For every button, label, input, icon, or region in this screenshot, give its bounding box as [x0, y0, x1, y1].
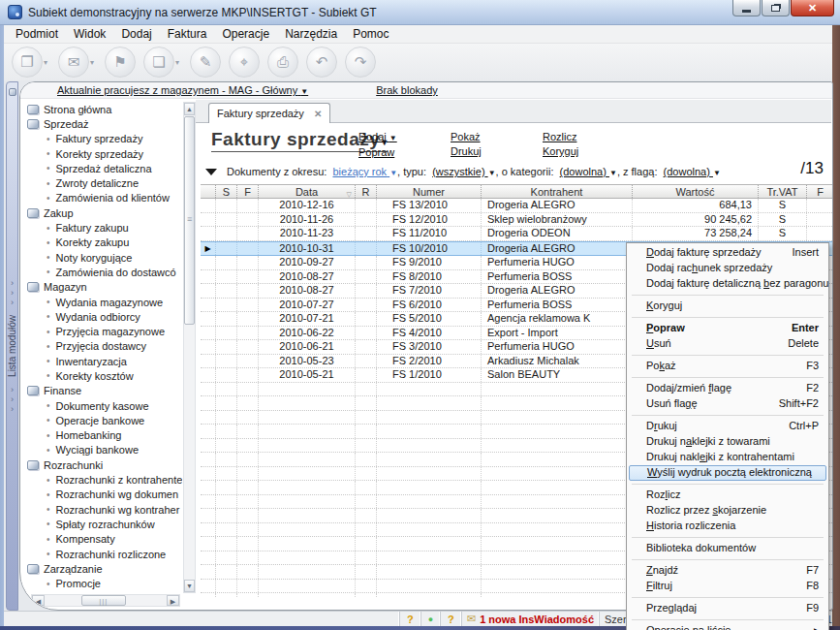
column-header-Tr.VAT[interactable]: Tr.VAT: [759, 185, 807, 198]
scroll-left-icon[interactable]: ◀: [32, 595, 45, 606]
caret-down-icon[interactable]: ▾: [44, 58, 47, 67]
column-header-Kontrahent[interactable]: Kontrahent: [482, 185, 633, 198]
sidebar-item-wydania-odbiorcy[interactable]: •Wydania odbiorcy: [23, 309, 182, 324]
sidebar-item-rozrachunki-rozliczone[interactable]: •Rozrachunki rozliczone: [23, 547, 182, 561]
sidebar-item-korekty-sprzedaży[interactable]: •Korekty sprzedaży: [23, 146, 182, 161]
warehouse-link[interactable]: Aktualnie pracujesz z magazynem - MAG - …: [57, 84, 308, 96]
context-menu-item-drukuj-naklejki-z-kontrahentami[interactable]: Drukuj naklejki z kontrahentami: [629, 450, 826, 465]
sidebar-item-faktury-sprzedaży[interactable]: •Faktury sprzedaży: [23, 132, 182, 146]
sidebar-item-zamówienia-do-dostawcó[interactable]: •Zamówienia do dostawcó: [23, 265, 182, 279]
module-strip[interactable]: › › › Lista modułów › › ›: [6, 81, 18, 611]
sidebar-vertical-scrollbar[interactable]: ▲ ▼: [183, 102, 196, 593]
message-segment[interactable]: ✉ 1 nowa InsWiadomość: [462, 612, 600, 626]
sidebar-group-zarządzanie[interactable]: Zarządzanie: [23, 561, 182, 576]
menubar-item-operacje[interactable]: Operacje: [214, 25, 277, 43]
action-link-popraw[interactable]: Popraw: [358, 145, 451, 160]
table-row[interactable]: 2010-11-26FS 12/2010Sklep wielobranżowy9…: [201, 213, 833, 228]
context-menu-item-biblioteka-dokumentów[interactable]: Biblioteka dokumentów: [629, 541, 826, 556]
scrollbar-thumb[interactable]: [184, 116, 195, 325]
sidebar-item-kompensaty[interactable]: •Kompensaty: [23, 532, 182, 547]
toolbar-button[interactable]: ⚑: [105, 47, 136, 78]
column-header-S[interactable]: S: [216, 185, 237, 198]
caret-down-icon[interactable]: ▾: [175, 58, 179, 67]
menubar-item-podmiot[interactable]: Podmiot: [8, 25, 66, 43]
tab-faktury-sprzedazy[interactable]: Faktury sprzedaży ✕: [208, 103, 330, 123]
sidebar-group-strona-główna[interactable]: Strona główna: [23, 102, 182, 116]
sidebar-group-zakup[interactable]: Zakup: [23, 205, 182, 220]
sidebar-item-korekty-kosztów[interactable]: •Korekty kosztów: [23, 368, 182, 383]
toolbar-button[interactable]: ❐: [12, 47, 43, 78]
sidebar-item-korekty-zakupu[interactable]: •Korekty zakupu: [23, 236, 182, 250]
context-menu-item-dodaj-rachunek-sprzedaży[interactable]: Dodaj rachunek sprzedaży: [629, 261, 826, 276]
flag-dropdown[interactable]: (dowolna) ▼: [664, 166, 721, 177]
period-dropdown[interactable]: bieżący rok ▼: [332, 166, 397, 177]
sidebar-group-finanse[interactable]: Finanse: [23, 384, 182, 398]
sidebar-item-faktury-zakupu[interactable]: •Faktury zakupu: [23, 220, 182, 235]
scroll-up-icon[interactable]: ▲: [184, 103, 195, 115]
column-header-F[interactable]: F: [807, 185, 833, 198]
context-menu-item-rozlicz-przez-skojarzenie[interactable]: Rozlicz przez skojarzenie: [629, 503, 826, 519]
close-button[interactable]: ✕: [791, 0, 834, 16]
sidebar-item-zamówienia-od-klientów[interactable]: •Zamówienia od klientów: [23, 191, 182, 205]
context-menu-item-filtruj[interactable]: FiltrujF8: [629, 579, 826, 594]
scrollbar-thumb[interactable]: |||: [81, 595, 126, 606]
lock-status-link[interactable]: Brak blokady: [376, 84, 438, 96]
sidebar-item-zwroty-detaliczne[interactable]: •Zwroty detaliczne: [23, 175, 182, 190]
sidebar-item-wydania-magazynowe[interactable]: •Wydania magazynowe: [23, 295, 182, 309]
context-menu-item-drukuj-naklejki-z-towarami[interactable]: Drukuj naklejki z towarami: [629, 434, 826, 450]
sidebar-item-sprzedaż-detaliczna[interactable]: •Sprzedaż detaliczna: [23, 161, 182, 175]
context-menu-item-znajdź[interactable]: ZnajdźF7: [629, 563, 826, 579]
toolbar-button[interactable]: ✎: [190, 47, 221, 78]
action-link-pokaż[interactable]: Pokaż: [451, 130, 543, 144]
sidebar-group-rozrachunki[interactable]: Rozrachunki: [23, 457, 182, 472]
menubar-item-faktura[interactable]: Faktura: [160, 25, 215, 43]
menubar-item-narzędzia[interactable]: Narzędzia: [277, 25, 345, 43]
toolbar-button[interactable]: ❏: [143, 47, 174, 78]
scroll-down-icon[interactable]: ▼: [184, 580, 195, 592]
sidebar-item-rozrachunki-z-kontrahente[interactable]: •Rozrachunki z kontrahente: [23, 472, 182, 487]
sidebar-item-przyjęcia-magazynowe[interactable]: •Przyjęcia magazynowe: [23, 324, 182, 338]
context-menu-item-rozlicz[interactable]: Rozlicz: [629, 488, 826, 503]
caret-down-icon[interactable]: ▾: [90, 58, 94, 67]
menubar-item-dodaj[interactable]: Dodaj: [113, 25, 159, 43]
action-link-rozlicz[interactable]: Rozlicz: [543, 130, 635, 144]
context-menu-item-przeglądaj[interactable]: PrzeglądajF9: [629, 601, 826, 616]
sidebar-item-spłaty-rozrachunków[interactable]: •Spłaty rozrachunków: [23, 517, 182, 531]
context-menu-item-wyślij-wydruk-pocztą-elektroniczną[interactable]: Wyślij wydruk pocztą elektroniczną: [629, 465, 826, 481]
help-indicator-2[interactable]: ?: [441, 612, 462, 626]
sidebar-item-cenniki[interactable]: •Cenniki: [23, 591, 182, 593]
type-dropdown[interactable]: (wszystkie) ▼: [432, 166, 495, 177]
sidebar-item-wyciągi-bankowe[interactable]: •Wyciągi bankowe: [23, 443, 182, 457]
action-link-drukuj[interactable]: Drukuj: [451, 144, 543, 159]
context-menu-item-usuń-flagę[interactable]: Usuń flagęShift+F2: [629, 396, 826, 412]
context-menu-item-koryguj[interactable]: Koryguj: [629, 299, 826, 314]
column-header-R[interactable]: R: [356, 185, 377, 198]
toolbar-button[interactable]: ↶: [306, 47, 337, 78]
sidebar-horizontal-scrollbar[interactable]: ◀ ||| ▶: [31, 594, 180, 607]
column-header-Numer[interactable]: Numer: [377, 185, 482, 198]
context-menu-item-drukuj[interactable]: DrukujCtrl+P: [629, 419, 826, 434]
column-header-Wartość[interactable]: Wartość: [633, 185, 759, 198]
sidebar-group-magazyn[interactable]: Magazyn: [23, 280, 182, 295]
table-row[interactable]: 2010-12-16FS 13/2010Drogeria ALEGRO684,1…: [201, 199, 833, 213]
context-menu-item-dodaj-zmień-flagę[interactable]: Dodaj/zmień flagęF2: [629, 381, 826, 396]
toolbar-button[interactable]: ↷: [345, 47, 376, 78]
tab-close-icon[interactable]: ✕: [314, 109, 322, 119]
context-menu-item-popraw[interactable]: PoprawEnter: [629, 321, 826, 336]
sidebar-item-rozrachunki-wg-dokumen[interactable]: •Rozrachunki wg dokumen: [23, 488, 182, 502]
context-menu-item-dodaj-fakturę-sprzedaży[interactable]: Dodaj fakturę sprzedażyInsert: [629, 245, 826, 261]
scroll-right-icon[interactable]: ▶: [167, 595, 179, 606]
context-menu-item-dodaj-fakturę-detaliczną-bez-paragonu[interactable]: Dodaj fakturę detaliczną bez paragonu: [629, 276, 826, 292]
maximize-button[interactable]: [762, 0, 790, 16]
context-menu-item-historia-rozliczenia[interactable]: Historia rozliczenia: [629, 519, 826, 534]
table-row[interactable]: 2010-11-23FS 11/2010Drogeria ODEON73 258…: [201, 227, 833, 241]
sidebar-item-operacje-bankowe[interactable]: •Operacje bankowe: [23, 413, 182, 427]
sidebar-item-przyjęcia-dostawcy[interactable]: •Przyjęcia dostawcy: [23, 339, 182, 354]
help-indicator-1[interactable]: ?: [400, 612, 421, 626]
filter-icon[interactable]: [205, 169, 217, 175]
sidebar-item-homebanking[interactable]: •Homebanking: [23, 428, 182, 443]
column-header-gutter[interactable]: [201, 185, 216, 198]
sidebar-group-sprzedaż[interactable]: Sprzedaż: [23, 116, 182, 131]
context-menu-item-operacje-na-liście[interactable]: Operacje na liście▶: [629, 623, 826, 630]
context-menu-item-pokaż[interactable]: PokażF3: [629, 359, 826, 374]
